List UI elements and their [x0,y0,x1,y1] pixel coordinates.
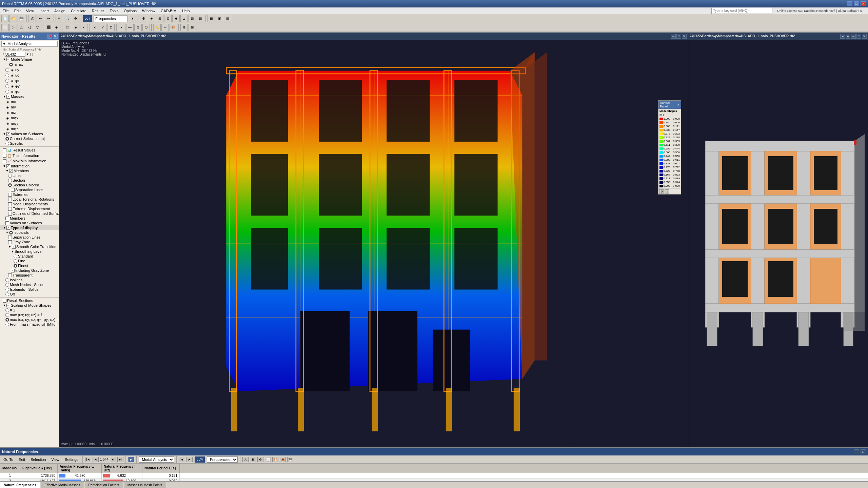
tab-participation[interactable]: Participation Factors [85,482,123,488]
scale-max-all-radio[interactable] [5,318,9,322]
off-item[interactable]: Off [0,292,59,297]
snap-btn[interactable]: ⊕ [180,24,188,31]
nodal-disp-item[interactable]: Nodal Displacements [0,202,59,206]
redo-button[interactable]: ↪ [45,15,52,22]
nav-close-button[interactable]: ✕ [53,34,58,39]
masses-checkbox[interactable] [6,95,10,99]
save-button[interactable]: 💾 [18,15,25,22]
view-left-minimize[interactable]: ─ [671,34,676,39]
scale-max-all-item[interactable]: max (ux; uy; uz; φx; φy; φz) = 1 [0,317,59,322]
dropdown-arrow[interactable]: ▼ [129,15,136,22]
view-left-maximize[interactable]: □ [676,34,681,39]
transparent-item[interactable]: Transparent [0,273,59,278]
analysis-dropdown[interactable]: Modal Analysis [139,456,174,463]
scaling-section[interactable]: ▼ Scaling of Mode Shapes [0,303,59,308]
transparent-checkbox[interactable] [8,273,12,277]
menu-tools[interactable]: Tools [107,7,121,14]
tool-f[interactable]: 📤 [280,457,286,462]
cp-settings-btn[interactable]: ⚙ [659,189,664,194]
open-button[interactable]: 📂 [9,15,17,22]
select-button[interactable]: ↖ [56,15,63,22]
phix-item[interactable]: ◈ φx [0,78,59,83]
local-torsional-item[interactable]: Local Torsional Rotations [0,197,59,202]
tool-8[interactable]: ⊟ [197,15,204,22]
tool-d[interactable]: 📊 [265,457,271,462]
bottom-panel-maximize[interactable]: □ [861,449,866,454]
solid-btn[interactable]: ■ [72,24,79,31]
view-btn-nav[interactable]: View [49,458,61,462]
information-section[interactable]: ▼ Information [0,164,59,168]
scale-max-uvw-item[interactable]: max (ux; uy; uz) = 1 [0,312,59,317]
edit-btn[interactable]: Edit [17,458,27,462]
uy-radio[interactable] [5,68,9,72]
menu-edit[interactable]: Edit [12,7,23,14]
isolines-item[interactable]: Isolines [0,278,59,282]
specific-item[interactable]: Specific [0,141,59,146]
isobands-section[interactable]: ▼ Isobands [0,230,59,235]
mode-shape-checkbox[interactable] [6,58,10,61]
standard-item[interactable]: Standard [0,254,59,259]
extreme-disp-checkbox[interactable] [8,207,12,211]
my-item[interactable]: ◈my [0,104,59,110]
node-btn[interactable]: • [118,24,125,31]
section-colored-radio[interactable] [8,183,12,187]
cp-minimize[interactable]: ─ [674,103,676,106]
tool-6[interactable]: ⊿ [180,15,188,22]
phiz-item[interactable]: ◈ φz [0,89,59,94]
current-selection-radio[interactable] [5,137,9,141]
section-radio[interactable] [8,179,12,182]
values-surfaces-sub-item[interactable]: Values on Surfaces [0,221,59,225]
view-left-close[interactable]: ✕ [682,34,687,39]
maximize-button[interactable]: □ [854,1,859,6]
phiy-radio[interactable] [5,84,9,88]
line-btn[interactable]: — [126,24,134,31]
table-row[interactable]: 2 14416.427 120.068 19.109 0.052 [0,479,868,481]
fine-item[interactable]: Fine [0,259,59,263]
nav-pin-button[interactable]: 📌 [47,34,52,39]
result-sections-item[interactable]: Result Sections [0,298,59,303]
search-input[interactable] [711,8,772,14]
view-left[interactable]: 240122-Portico-y-Mamposteria-AISLADO_1_s… [59,33,688,447]
result-values-checkbox[interactable] [3,148,6,152]
surface-disp[interactable]: ⊠ [134,24,142,31]
tab-natural-frequencies[interactable]: Natural Frequencies [0,482,40,488]
cp-close[interactable]: ✕ [677,103,679,106]
members-info-section[interactable]: ▼ Members [0,168,59,173]
iso-view[interactable]: ◈ [53,24,60,31]
isobands-solids-radio[interactable] [5,288,9,291]
uy-item[interactable]: ◈ uy [0,67,59,73]
phix-radio[interactable] [5,79,9,83]
view-right[interactable]: 240122-Portico-y-Mamposteria-AISLADO_1_s… [688,33,868,447]
menu-help[interactable]: Help [179,7,193,14]
members-info-checkbox[interactable] [9,169,13,173]
smoothing-level-section[interactable]: ▼ Smoothing Level [0,249,59,254]
bottom-panel-minimize[interactable]: ─ [854,449,859,454]
control-panel[interactable]: Control Panel ─ ✕ Mode Shapes |u| [·] 1.… [658,100,681,195]
title-info-checkbox[interactable] [3,154,6,158]
render-3[interactable]: ▤ [224,15,231,22]
nav-prev[interactable]: ◄ [93,457,99,462]
gray-zone-item[interactable]: Gray Zone [0,240,59,244]
view-5[interactable]: ▽ [34,24,41,31]
menu-results[interactable]: Results [89,7,107,14]
mesh-nodes-item[interactable]: Mesh Nodes - Solids [0,282,59,287]
extremes-checkbox[interactable] [8,193,12,197]
separation-lines-item[interactable]: Separation Lines [0,235,59,240]
tab-effective-modal[interactable]: Effective Modal Masses [41,482,84,488]
minimize-button[interactable]: ─ [847,1,852,6]
tool-1[interactable]: ⚙ [140,15,147,22]
values-surfaces-sub-checkbox[interactable] [5,221,9,225]
nodal-disp-checkbox[interactable] [8,202,12,206]
scale-1-item[interactable]: = 1 [0,308,59,312]
tool-4[interactable]: ⊠ [164,15,172,22]
type-of-display-section[interactable]: ▼ Type of display [0,225,59,230]
view-right-nav-left[interactable]: ◄ [840,34,845,39]
view-4[interactable]: ◁ [26,24,33,31]
local-torsional-checkbox[interactable] [8,198,12,201]
volume-btn[interactable]: ⬡ [142,24,150,31]
finest-item[interactable]: Finest [0,263,59,268]
view-1[interactable]: ⬜ [1,24,9,31]
tool-e[interactable]: 📋 [272,457,278,462]
scale-1-radio[interactable] [5,308,9,312]
menu-calculate[interactable]: Calculate [68,7,89,14]
